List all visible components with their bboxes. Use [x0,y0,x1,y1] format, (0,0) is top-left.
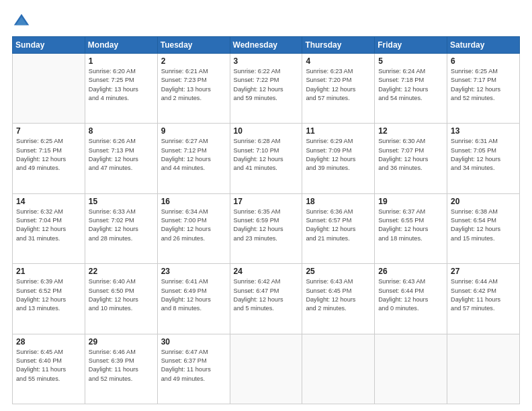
day-number: 25 [306,267,371,276]
day-cell [375,334,447,404]
day-cell: 16Sunrise: 6:34 AMSunset: 7:00 PMDayligh… [157,193,230,263]
day-info: Sunrise: 6:20 AMSunset: 7:25 PMDaylight:… [89,67,154,103]
header-cell-tuesday: Tuesday [157,37,230,54]
day-cell: 28Sunrise: 6:45 AMSunset: 6:40 PMDayligh… [13,334,85,404]
day-cell: 17Sunrise: 6:35 AMSunset: 6:59 PMDayligh… [230,193,302,263]
day-info: Sunrise: 6:25 AMSunset: 7:15 PMDaylight:… [16,137,81,173]
header-row: SundayMondayTuesdayWednesdayThursdayFrid… [13,37,520,54]
day-info: Sunrise: 6:36 AMSunset: 6:57 PMDaylight:… [306,208,371,243]
calendar-header: SundayMondayTuesdayWednesdayThursdayFrid… [13,37,520,54]
day-number: 20 [451,197,516,206]
day-number: 16 [161,197,226,206]
day-info: Sunrise: 6:27 AMSunset: 7:12 PMDaylight:… [161,137,226,173]
day-number: 3 [234,56,299,66]
day-cell: 6Sunrise: 6:25 AMSunset: 7:17 PMDaylight… [447,54,520,124]
day-info: Sunrise: 6:35 AMSunset: 6:59 PMDaylight:… [234,208,299,243]
day-info: Sunrise: 6:41 AMSunset: 6:49 PMDaylight:… [161,277,226,313]
day-cell: 14Sunrise: 6:32 AMSunset: 7:04 PMDayligh… [13,193,85,263]
day-number: 2 [161,56,226,66]
day-info: Sunrise: 6:23 AMSunset: 7:20 PMDaylight:… [306,67,371,103]
week-row-3: 14Sunrise: 6:32 AMSunset: 7:04 PMDayligh… [13,193,520,263]
day-info: Sunrise: 6:40 AMSunset: 6:50 PMDaylight:… [89,277,154,313]
header-cell-sunday: Sunday [13,37,85,54]
day-number: 29 [89,337,154,347]
day-info: Sunrise: 6:43 AMSunset: 6:45 PMDaylight:… [306,277,371,313]
day-info: Sunrise: 6:34 AMSunset: 7:00 PMDaylight:… [161,208,226,243]
day-cell: 18Sunrise: 6:36 AMSunset: 6:57 PMDayligh… [302,193,375,263]
day-cell: 12Sunrise: 6:30 AMSunset: 7:07 PMDayligh… [375,124,447,193]
day-number: 11 [306,126,371,136]
day-number: 21 [16,267,81,276]
day-info: Sunrise: 6:24 AMSunset: 7:18 PMDaylight:… [378,67,443,103]
day-number: 18 [306,197,371,206]
day-cell: 22Sunrise: 6:40 AMSunset: 6:50 PMDayligh… [85,264,157,334]
day-number: 4 [306,56,371,66]
day-cell [447,334,520,404]
day-number: 7 [16,126,81,136]
day-cell: 9Sunrise: 6:27 AMSunset: 7:12 PMDaylight… [157,124,230,193]
header-cell-friday: Friday [375,37,447,54]
logo-icon [12,12,31,31]
day-cell: 13Sunrise: 6:31 AMSunset: 7:05 PMDayligh… [447,124,520,193]
logo [12,12,34,31]
header-cell-monday: Monday [85,37,157,54]
page: SundayMondayTuesdayWednesdayThursdayFrid… [0,0,532,411]
day-cell: 2Sunrise: 6:21 AMSunset: 7:23 PMDaylight… [157,54,230,124]
day-number: 10 [234,126,299,136]
day-cell: 21Sunrise: 6:39 AMSunset: 6:52 PMDayligh… [13,264,85,334]
day-info: Sunrise: 6:31 AMSunset: 7:05 PMDaylight:… [451,137,516,173]
day-cell: 20Sunrise: 6:38 AMSunset: 6:54 PMDayligh… [447,193,520,263]
day-info: Sunrise: 6:22 AMSunset: 7:22 PMDaylight:… [234,67,299,103]
week-row-2: 7Sunrise: 6:25 AMSunset: 7:15 PMDaylight… [13,124,520,193]
day-number: 1 [89,56,154,66]
day-number: 12 [378,126,443,136]
day-cell: 10Sunrise: 6:28 AMSunset: 7:10 PMDayligh… [230,124,302,193]
day-cell: 15Sunrise: 6:33 AMSunset: 7:02 PMDayligh… [85,193,157,263]
day-number: 14 [16,197,81,206]
day-cell: 5Sunrise: 6:24 AMSunset: 7:18 PMDaylight… [375,54,447,124]
header-cell-thursday: Thursday [302,37,375,54]
day-cell: 11Sunrise: 6:29 AMSunset: 7:09 PMDayligh… [302,124,375,193]
day-number: 9 [161,126,226,136]
day-info: Sunrise: 6:42 AMSunset: 6:47 PMDaylight:… [234,277,299,313]
day-info: Sunrise: 6:33 AMSunset: 7:02 PMDaylight:… [89,208,154,243]
week-row-1: 1Sunrise: 6:20 AMSunset: 7:25 PMDaylight… [13,54,520,124]
day-cell: 7Sunrise: 6:25 AMSunset: 7:15 PMDaylight… [13,124,85,193]
day-info: Sunrise: 6:43 AMSunset: 6:44 PMDaylight:… [378,277,443,313]
day-number: 8 [89,126,154,136]
day-cell: 23Sunrise: 6:41 AMSunset: 6:49 PMDayligh… [157,264,230,334]
day-cell: 27Sunrise: 6:44 AMSunset: 6:42 PMDayligh… [447,264,520,334]
day-cell [230,334,302,404]
day-number: 19 [378,197,443,206]
day-cell [13,54,85,124]
day-number: 26 [378,267,443,276]
day-info: Sunrise: 6:44 AMSunset: 6:42 PMDaylight:… [451,277,516,313]
day-cell: 3Sunrise: 6:22 AMSunset: 7:22 PMDaylight… [230,54,302,124]
day-info: Sunrise: 6:46 AMSunset: 6:39 PMDaylight:… [89,348,154,383]
day-number: 15 [89,197,154,206]
day-number: 24 [234,267,299,276]
day-info: Sunrise: 6:25 AMSunset: 7:17 PMDaylight:… [451,67,516,103]
day-info: Sunrise: 6:39 AMSunset: 6:52 PMDaylight:… [16,277,81,313]
day-number: 22 [89,267,154,276]
day-info: Sunrise: 6:45 AMSunset: 6:40 PMDaylight:… [16,348,81,383]
day-number: 23 [161,267,226,276]
day-cell: 4Sunrise: 6:23 AMSunset: 7:20 PMDaylight… [302,54,375,124]
day-number: 6 [451,56,516,66]
header [12,12,520,31]
day-info: Sunrise: 6:26 AMSunset: 7:13 PMDaylight:… [89,137,154,173]
day-number: 5 [378,56,443,66]
day-info: Sunrise: 6:28 AMSunset: 7:10 PMDaylight:… [234,137,299,173]
day-cell: 30Sunrise: 6:47 AMSunset: 6:37 PMDayligh… [157,334,230,404]
day-cell [302,334,375,404]
day-cell: 8Sunrise: 6:26 AMSunset: 7:13 PMDaylight… [85,124,157,193]
day-number: 13 [451,126,516,136]
day-number: 27 [451,267,516,276]
week-row-4: 21Sunrise: 6:39 AMSunset: 6:52 PMDayligh… [13,264,520,334]
day-cell: 1Sunrise: 6:20 AMSunset: 7:25 PMDaylight… [85,54,157,124]
day-info: Sunrise: 6:21 AMSunset: 7:23 PMDaylight:… [161,67,226,103]
calendar-body: 1Sunrise: 6:20 AMSunset: 7:25 PMDaylight… [13,54,520,404]
calendar-table: SundayMondayTuesdayWednesdayThursdayFrid… [12,36,520,404]
day-info: Sunrise: 6:37 AMSunset: 6:55 PMDaylight:… [378,208,443,243]
day-info: Sunrise: 6:29 AMSunset: 7:09 PMDaylight:… [306,137,371,173]
